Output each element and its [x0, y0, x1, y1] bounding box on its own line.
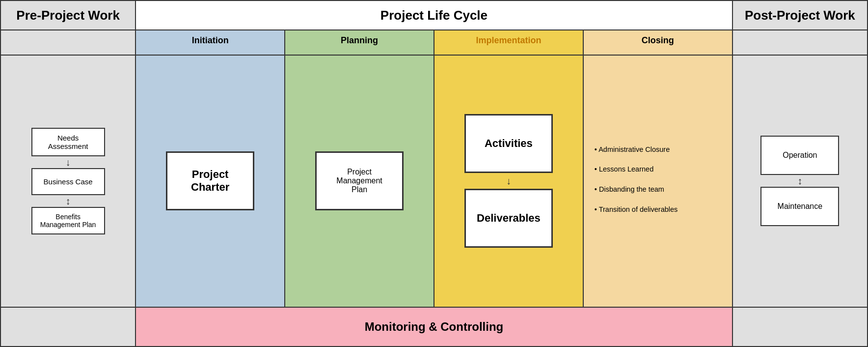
activities-label: Activities — [485, 137, 533, 150]
initiation-flow: Project Charter — [141, 60, 279, 302]
activities-box: Activities — [464, 114, 553, 173]
post-project-flow: Operation ↕ Maintenance — [738, 60, 862, 302]
closing-item-4: • Transition of deliverables — [595, 203, 721, 216]
arrow-down-impl: ↓ — [506, 176, 511, 186]
planning-header: Planning — [285, 30, 434, 55]
project-charter-label: Project Charter — [180, 168, 241, 194]
operation-label: Operation — [783, 151, 817, 160]
implementation-header: Implementation — [434, 30, 583, 55]
closing-item-1-label: Administrative Closure — [598, 145, 670, 153]
implementation-content: Activities ↓ Deliverables — [434, 55, 583, 307]
deliverables-box: Deliverables — [464, 189, 553, 248]
closing-label: Closing — [642, 35, 674, 45]
closing-item-3-label: Disbanding the team — [599, 185, 664, 193]
pre-project-title: Pre-Project Work — [16, 8, 119, 23]
planning-label: Planning — [341, 35, 378, 45]
closing-item-2-label: Lessons Learned — [599, 165, 653, 173]
benefits-plan-box: Benefits Management Plan — [31, 207, 105, 234]
post-project-title: Post-Project Work — [745, 8, 855, 23]
maintenance-box: Maintenance — [760, 187, 839, 226]
pre-project-content: Needs Assessment ↓ Business Case ↕ Benef… — [0, 55, 136, 307]
closing-header: Closing — [583, 30, 732, 55]
needs-assessment-label: Needs Assessment — [38, 134, 98, 150]
deliverables-label: Deliverables — [477, 212, 541, 225]
lifecycle-header: Project Life Cycle — [136, 0, 732, 30]
post-project-phase-header — [732, 30, 868, 55]
initiation-header: Initiation — [136, 30, 285, 55]
maintenance-label: Maintenance — [778, 202, 823, 211]
closing-item-3: • Disbanding the team — [595, 183, 721, 196]
main-diagram: Pre-Project Work Project Life Cycle Post… — [0, 0, 868, 347]
arrow-bi-post: ↕ — [797, 176, 802, 186]
pre-project-flow: Needs Assessment ↓ Business Case ↕ Benef… — [6, 60, 130, 302]
monitoring-cell: Monitoring & Controlling — [136, 307, 732, 347]
business-case-label: Business Case — [44, 177, 93, 186]
project-mgmt-plan-label: Project Management Plan — [329, 168, 390, 194]
closing-items: • Administrative Closure • Lessons Learn… — [589, 136, 727, 226]
needs-assessment-box: Needs Assessment — [31, 128, 105, 156]
initiation-label: Initiation — [192, 35, 229, 45]
monitoring-pre-cell — [0, 307, 136, 347]
pre-project-phase-header — [0, 30, 136, 55]
implementation-flow: Activities ↓ Deliverables — [439, 60, 578, 302]
arrow-down-1: ↓ — [66, 157, 71, 167]
arrow-bi-1: ↕ — [66, 196, 71, 206]
pre-project-header: Pre-Project Work — [0, 0, 136, 30]
operation-box: Operation — [760, 136, 839, 175]
project-charter-box: Project Charter — [166, 151, 254, 210]
closing-item-1: • Administrative Closure — [595, 144, 721, 156]
monitoring-label: Monitoring & Controlling — [365, 320, 504, 333]
post-project-header: Post-Project Work — [732, 0, 868, 30]
business-case-box: Business Case — [31, 168, 105, 195]
closing-item-2: • Lessons Learned — [595, 163, 721, 175]
lifecycle-title: Project Life Cycle — [380, 8, 488, 23]
closing-item-4-label: Transition of deliverables — [599, 205, 678, 213]
benefits-plan-label: Benefits Management Plan — [38, 213, 98, 229]
planning-flow: Project Management Plan — [290, 60, 429, 302]
closing-content: • Administrative Closure • Lessons Learn… — [583, 55, 732, 307]
initiation-content: Project Charter — [136, 55, 285, 307]
project-mgmt-plan-box: Project Management Plan — [315, 151, 404, 210]
implementation-label: Implementation — [476, 35, 541, 45]
planning-content: Project Management Plan — [285, 55, 434, 307]
post-project-content: Operation ↕ Maintenance — [732, 55, 868, 307]
monitoring-post-cell — [732, 307, 868, 347]
